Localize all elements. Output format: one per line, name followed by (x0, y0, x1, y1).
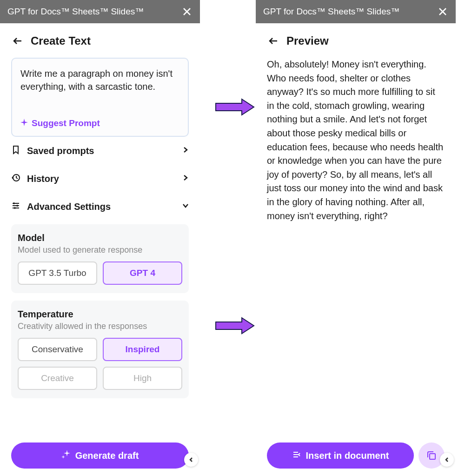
model-option-gpt4[interactable]: GPT 4 (103, 261, 182, 285)
chevron-down-icon (182, 202, 189, 211)
topbar-title: GPT for Docs™ Sheets™ Slides™ (7, 7, 144, 17)
temperature-option-conservative[interactable]: Conservative (18, 338, 97, 361)
collapse-button[interactable] (184, 453, 198, 467)
saved-prompts-label: Saved prompts (27, 146, 94, 156)
back-arrow-icon[interactable] (11, 34, 24, 47)
close-icon[interactable] (181, 6, 193, 17)
svg-rect-1 (430, 454, 435, 459)
generate-draft-button[interactable]: Generate draft (11, 442, 189, 469)
back-arrow-icon[interactable] (267, 34, 280, 47)
model-subtitle: Model used to generate response (18, 245, 182, 255)
flow-arrow-icon (214, 316, 256, 335)
saved-prompts-row[interactable]: Saved prompts (11, 137, 189, 165)
advanced-settings-label: Advanced Settings (27, 201, 111, 212)
model-title: Model (18, 233, 182, 243)
preview-panel: GPT for Docs™ Sheets™ Slides™ Preview Oh… (256, 0, 456, 476)
topbar-title: GPT for Docs™ Sheets™ Slides™ (263, 7, 399, 17)
collapse-button[interactable] (440, 453, 454, 467)
insert-document-button[interactable]: Insert in document (267, 442, 414, 469)
preview-text: Oh, absolutely! Money isn't everything. … (256, 58, 456, 223)
page-title: Create Text (31, 34, 91, 47)
insert-icon (292, 450, 301, 462)
temperature-option-inspired[interactable]: Inspired (103, 338, 182, 361)
page-title: Preview (286, 34, 329, 47)
topbar: GPT for Docs™ Sheets™ Slides™ (0, 0, 200, 23)
sparkle-icon (20, 119, 28, 128)
advanced-settings-row[interactable]: Advanced Settings (11, 193, 189, 221)
temperature-subtitle: Creativity allowed in the responses (18, 322, 182, 331)
flow-arrow-icon (214, 98, 256, 116)
create-panel: GPT for Docs™ Sheets™ Slides™ Create Tex… (0, 0, 200, 476)
suggest-prompt-button[interactable]: Suggest Prompt (20, 118, 179, 128)
topbar: GPT for Docs™ Sheets™ Slides™ (256, 0, 456, 23)
temperature-option-creative[interactable]: Creative (18, 367, 97, 390)
history-label: History (27, 174, 59, 184)
suggest-prompt-label: Suggest Prompt (32, 118, 100, 128)
model-card: Model Model used to generate response GP… (11, 224, 189, 293)
sparkles-icon (61, 450, 71, 462)
prompt-box[interactable]: Write me a paragraph on money isn't ever… (11, 58, 189, 137)
chevron-right-icon (182, 174, 189, 183)
model-option-gpt35[interactable]: GPT 3.5 Turbo (18, 261, 97, 285)
sliders-icon (11, 201, 20, 212)
temperature-card: Temperature Creativity allowed in the re… (11, 301, 189, 398)
generate-draft-label: Generate draft (75, 450, 139, 461)
temperature-option-high[interactable]: High (103, 367, 182, 390)
close-icon[interactable] (437, 6, 448, 17)
prompt-text[interactable]: Write me a paragraph on money isn't ever… (20, 67, 179, 109)
insert-document-label: Insert in document (306, 450, 389, 461)
history-icon (11, 173, 20, 184)
history-row[interactable]: History (11, 165, 189, 193)
bookmark-icon (11, 145, 20, 156)
chevron-right-icon (182, 147, 189, 155)
temperature-title: Temperature (18, 309, 182, 320)
